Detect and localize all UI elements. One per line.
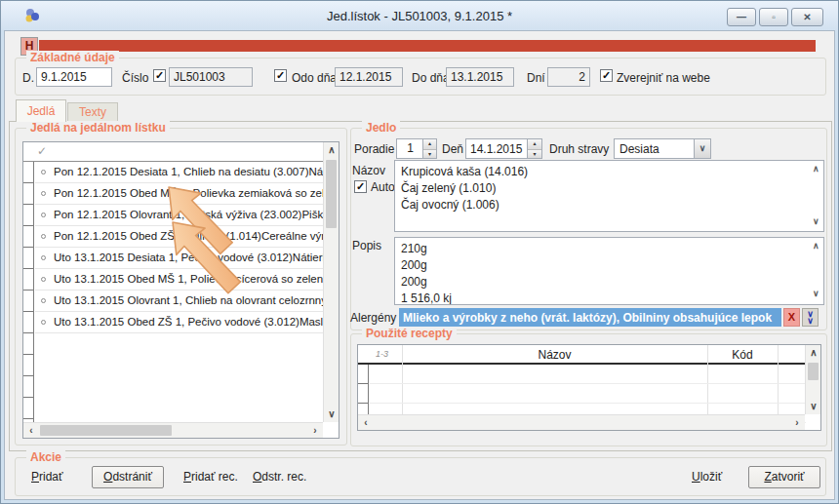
meal-row[interactable]: Pon 12.1.2015 Obed ZŠ 1, Mlieko (1.014)C… [35,226,324,248]
from-date-label: Odo dňa [292,71,337,85]
recipes-vscrollbar[interactable]: ∧ ∨ [805,345,820,414]
spin-down-icon[interactable]: ▾ [423,149,436,159]
meal-row[interactable]: Uto 13.1.2015 Obed ZŠ 1, Pečivo vodové (… [35,312,324,333]
description-label: Popis [352,239,381,252]
scroll-down-icon[interactable]: ∨ [806,399,821,414]
day-input[interactable] [465,138,528,159]
close-button[interactable]: ✕ [791,8,823,26]
meal-bullet-icon [41,298,46,303]
basic-data-group-title: Základné údaje [26,51,119,64]
day-stepper[interactable]: ▴ ▾ [528,138,542,159]
scroll-left-icon[interactable]: ‹ [23,423,39,439]
meal-row[interactable]: Uto 13.1.2015 Desiata 1, Pečivo vodové (… [35,248,324,269]
meal-row-text: Uto 13.1.2015 Desiata 1, Pečivo vodové (… [54,252,324,263]
days-input[interactable] [547,67,590,87]
order-stepper[interactable]: 1 ▴ ▾ [396,138,437,159]
meal-row[interactable]: Pon 12.1.2015 Desiata 1, Chlieb na desia… [35,162,324,183]
double-chevron-down-icon: ∨∨ [806,311,816,325]
meal-bullet-icon [41,213,46,217]
remove-recipe-button[interactable]: Odstr. rec. [253,470,306,484]
vscroll-thumb[interactable] [808,363,819,380]
meal-list-hscrollbar[interactable]: ‹ › [23,422,323,438]
scroll-up-icon[interactable]: ∧ [324,142,340,158]
add-recipe-button[interactable]: Pridať rec. [183,470,238,484]
day-label: Deň [442,142,463,156]
scroll-left-icon[interactable]: ‹ [358,415,374,431]
spin-up-icon[interactable]: ▴ [528,139,541,149]
minimize-button[interactable]: — [727,8,756,26]
meal-row[interactable]: Pon 12.1.2015 Olovrant 1, Detská výživa … [35,205,324,226]
auto-checkbox[interactable]: ✓ [354,180,367,193]
meal-row[interactable]: Uto 13.1.2015 Olovrant 1, Chlieb na olov… [35,291,324,312]
add-button[interactable]: Pridať [31,470,63,484]
remove-button[interactable]: Odstrániť [92,466,164,488]
recipes-hscrollbar[interactable]: ‹ › [358,414,805,430]
meal-list-header: ✓ [23,142,324,162]
title-bar[interactable]: Jed.lístok - JL501003, 9.1.2015 * — ▫ ✕ [1,1,838,30]
app-window: Jed.lístok - JL501003, 9.1.2015 * — ▫ ✕ … [0,0,839,504]
number-checkbox[interactable]: ✓ [153,69,166,82]
allergens-remove-button[interactable]: X [783,308,800,327]
scroll-down-icon[interactable]: ∨ [813,289,819,298]
meal-row-text: Uto 13.1.2015 Olovrant 1, Chlieb na olov… [54,294,324,306]
spin-down-icon[interactable]: ▾ [528,149,541,159]
meal-row-text: Uto 13.1.2015 Obed MŠ 1, Polievka cícero… [54,273,324,285]
chevron-down-icon[interactable]: ∨ [694,139,710,158]
meal-bullet-icon [41,320,46,325]
scroll-right-icon[interactable]: › [307,423,323,439]
spin-up-icon[interactable]: ▴ [423,139,436,149]
meal-list-group-title: Jedlá na jedálnom lístku [26,121,170,135]
close-form-button[interactable]: Zatvoriť [748,466,820,488]
scroll-down-icon[interactable]: ∨ [324,407,340,422]
meal-row-text: Uto 13.1.2015 Obed ZŠ 1, Pečivo vodové (… [54,316,324,328]
window-title: Jed.lístok - JL501003, 9.1.2015 * [1,9,838,23]
to-date-input[interactable] [446,67,514,87]
recipes-col-nazov[interactable]: Názov [402,348,707,362]
range-checkbox[interactable]: ✓ [274,69,287,82]
number-input[interactable] [169,67,253,87]
scroll-up-icon[interactable]: ∧ [813,164,819,174]
meal-type-select[interactable]: Desiata ∨ [614,138,711,159]
hscroll-thumb[interactable] [40,425,172,436]
empty-row[interactable] [370,365,806,384]
meal-list-vscrollbar[interactable]: ∧ ∨ [323,142,339,422]
allergens-label: Alergény [350,311,396,325]
date-input[interactable] [36,67,112,87]
jedlo-group-title: Jedlo [362,121,400,135]
allergens-pick-button[interactable]: ∨∨ [802,308,819,327]
name-textarea[interactable]: Krupicová kaša (14.016) Čaj zelený (1.01… [394,160,824,232]
meal-type-value: Desiata [619,142,659,156]
meal-row[interactable]: Pon 12.1.2015 Obed MŠ 1, Polievka zemiak… [35,183,324,205]
meal-row-text: Pon 12.1.2015 Obed MŠ 1, Polievka zemiak… [54,187,324,199]
scroll-up-icon[interactable]: ∧ [806,345,821,361]
scroll-down-icon[interactable]: ∨ [813,216,819,226]
meal-row[interactable]: Uto 13.1.2015 Obed MŠ 1, Polievka cícero… [35,269,324,291]
tab-jedla[interactable]: Jedlá [16,99,66,122]
tab-texty[interactable]: Texty [67,102,118,122]
order-spin-buttons[interactable]: ▴ ▾ [422,139,436,158]
meal-row-text: Pon 12.1.2015 Obed ZŠ 1, Mlieko (1.014)C… [54,230,324,242]
recipes-col-kod[interactable]: Kód [707,348,778,362]
scroll-right-icon[interactable]: › [789,415,805,431]
publish-label: Zverejniť na webe [617,71,710,85]
meal-bullet-icon [41,277,46,282]
allergens-value: Mlieko a výrobky z neho (vrát. laktózy),… [399,308,781,327]
from-date-input[interactable] [335,67,403,87]
order-value[interactable]: 1 [397,139,423,158]
description-textarea[interactable]: 210g 200g 200g 1 516,0 kj [394,237,824,305]
maximize-button[interactable]: ▫ [759,8,788,26]
date-label: D. [22,71,34,85]
day-spin-buttons[interactable]: ▴ ▾ [528,139,541,158]
meal-bullet-icon [41,191,46,196]
row-selector-gutter[interactable] [23,162,34,422]
scroll-up-icon[interactable]: ∧ [813,241,819,251]
save-button[interactable]: Uložiť [692,470,722,484]
check-column-icon: ✓ [37,144,47,158]
publish-checkbox[interactable]: ✓ [600,69,613,82]
empty-row[interactable] [370,384,806,404]
row-selector-gutter[interactable] [358,365,369,414]
meal-list[interactable]: ✓ Pon 12.1.2015 Desiata 1, Chlieb na des… [22,141,340,439]
name-label: Názov [352,164,385,177]
vscroll-thumb[interactable] [326,160,337,228]
recipes-table[interactable]: 1-3 Názov Kód ∧ ∨ ‹ › [357,344,821,431]
